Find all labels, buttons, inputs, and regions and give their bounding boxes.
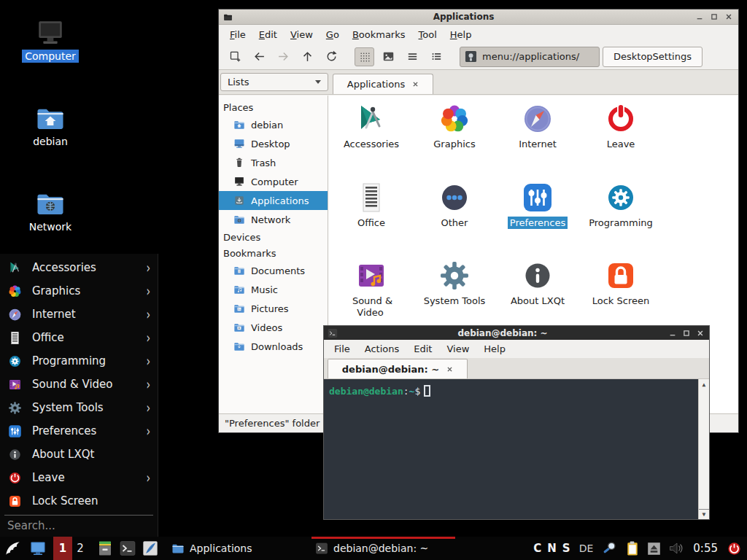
app-category-internet[interactable]: Internet xyxy=(497,101,578,150)
desktop-icon-computer[interactable]: Computer xyxy=(14,18,87,63)
show-desktop-button[interactable] xyxy=(29,540,47,557)
fm-tab-applications[interactable]: Applications xyxy=(333,74,433,94)
fm-menu-help[interactable]: Help xyxy=(444,29,479,40)
desktop-icon xyxy=(233,138,245,149)
tab-close-icon[interactable] xyxy=(446,366,453,373)
menu-item-system-tools[interactable]: System Tools› xyxy=(0,396,158,419)
terminal-content[interactable]: debian@debian:~$ ▲ ▼ xyxy=(324,379,709,519)
clock[interactable]: 0:55 xyxy=(693,542,718,555)
scroll-down-icon[interactable]: ▼ xyxy=(699,509,709,519)
fm-menu-tool[interactable]: Tool xyxy=(412,29,444,40)
app-category-about-lxqt[interactable]: About LXQt xyxy=(497,258,578,307)
new-tab-button[interactable] xyxy=(225,47,245,66)
menu-item-office[interactable]: Office› xyxy=(0,326,158,349)
fm-titlebar[interactable]: Applications xyxy=(219,9,738,25)
menu-item-preferences[interactable]: Preferences› xyxy=(0,419,158,443)
lxqt-menu-button[interactable] xyxy=(3,539,22,558)
path-segment-desktopsettings[interactable]: DesktopSettings xyxy=(603,47,703,67)
app-category-lock-screen[interactable]: Lock Screen xyxy=(580,258,662,307)
terminal-menu-view[interactable]: View xyxy=(439,343,476,354)
app-category-graphics[interactable]: Graphics xyxy=(414,101,495,150)
reload-button[interactable] xyxy=(322,47,341,66)
app-category-preferences[interactable]: Preferences xyxy=(497,180,578,229)
detailed-list-icon xyxy=(406,50,419,63)
terminal-menu-help[interactable]: Help xyxy=(476,343,513,354)
submenu-chevron-icon: › xyxy=(146,260,150,276)
terminal-menu-edit[interactable]: Edit xyxy=(406,343,439,354)
fm-menu-view[interactable]: View xyxy=(284,29,320,40)
workspace-1-button[interactable]: 1 xyxy=(53,537,72,560)
up-button[interactable] xyxy=(298,47,317,66)
workspace-2-button[interactable]: 2 xyxy=(72,542,88,555)
sidebar-item-computer[interactable]: Computer xyxy=(219,172,328,191)
file-archiver-launcher[interactable] xyxy=(96,540,114,557)
clipboard-tray-icon[interactable] xyxy=(624,540,640,557)
back-button[interactable] xyxy=(249,47,269,66)
menu-item-internet[interactable]: Internet› xyxy=(0,303,158,326)
app-category-leave[interactable]: Leave xyxy=(580,101,662,150)
terminal-menu-file[interactable]: File xyxy=(327,343,357,354)
sidebar-item-debian[interactable]: debian xyxy=(219,115,328,134)
sidebar-item-pictures[interactable]: Pictures xyxy=(219,299,328,318)
scroll-up-icon[interactable]: ▲ xyxy=(699,379,709,389)
app-category-programming[interactable]: Programming xyxy=(580,180,662,229)
app-category-sound-video[interactable]: Sound & Video xyxy=(330,258,412,319)
sidebar-item-trash[interactable]: Trash xyxy=(219,153,328,172)
location-icon xyxy=(464,50,478,63)
reload-icon xyxy=(325,50,338,63)
menu-item-about-lxqt[interactable]: About LXQt xyxy=(0,443,158,466)
close-button[interactable] xyxy=(695,328,705,338)
sidebar-item-applications[interactable]: Applications xyxy=(219,191,328,210)
menu-item-graphics[interactable]: Graphics› xyxy=(0,279,158,303)
fm-menu-edit[interactable]: Edit xyxy=(252,29,284,40)
leave-power-button[interactable] xyxy=(726,540,743,557)
tab-close-icon[interactable] xyxy=(412,81,419,88)
keyboard-layout-indicator[interactable]: DE xyxy=(579,542,594,554)
task-button-applications[interactable]: Applications xyxy=(168,537,311,560)
fm-menu-bookmarks[interactable]: Bookmarks xyxy=(346,29,412,40)
sidebar-item-downloads[interactable]: Downloads xyxy=(219,337,328,356)
screenshot-tray-icon[interactable] xyxy=(602,540,618,556)
terminal-tab[interactable]: debian@debian: ~ xyxy=(328,359,468,378)
sidebar-item-music[interactable]: Music xyxy=(219,280,328,299)
forward-button[interactable] xyxy=(274,47,293,66)
app-category-office[interactable]: Office xyxy=(330,180,412,229)
featherpad-launcher[interactable] xyxy=(142,540,159,557)
task-button-terminal[interactable]: debian@debian: ~ xyxy=(311,537,455,560)
terminal-titlebar[interactable]: debian@debian: ~ xyxy=(324,326,709,340)
thumbnail-view-button[interactable] xyxy=(379,47,398,66)
fm-menu-go[interactable]: Go xyxy=(320,29,346,40)
sidebar-item-documents[interactable]: Documents xyxy=(219,261,328,280)
removable-media-tray-icon[interactable] xyxy=(646,541,662,556)
menu-item-accessories[interactable]: Accessories› xyxy=(0,256,158,279)
terminal-launcher[interactable] xyxy=(119,540,136,557)
desktop-icon-debian[interactable]: debian xyxy=(14,103,87,148)
compact-view-button[interactable] xyxy=(427,47,446,66)
app-category-accessories[interactable]: Accessories xyxy=(330,101,412,150)
sidebar-item-desktop[interactable]: Desktop xyxy=(219,134,328,153)
desktop-icon-network[interactable]: Network xyxy=(14,188,87,233)
terminal-scrollbar[interactable]: ▲ ▼ xyxy=(698,379,709,519)
app-category-system-tools[interactable]: System Tools xyxy=(414,258,495,307)
minimize-button[interactable] xyxy=(694,12,705,22)
icon-view-button[interactable] xyxy=(355,47,374,66)
detailed-list-button[interactable] xyxy=(403,47,422,66)
terminal-menu-actions[interactable]: Actions xyxy=(357,343,407,354)
menu-item-sound-video[interactable]: Sound & Video› xyxy=(0,373,158,396)
menu-search-input[interactable]: Search... xyxy=(0,516,158,535)
folder-network-icon xyxy=(233,214,245,225)
menu-item-programming[interactable]: Programming› xyxy=(0,349,158,373)
address-bar[interactable]: menu://applications/ xyxy=(460,47,600,67)
menu-item-lock-screen[interactable]: Lock Screen xyxy=(0,489,158,513)
fm-menu-file[interactable]: File xyxy=(223,29,252,40)
maximize-button[interactable] xyxy=(681,328,692,338)
app-category-other[interactable]: Other xyxy=(414,180,495,229)
sidebar-item-network[interactable]: Network xyxy=(219,210,328,229)
lists-combobox[interactable]: Lists xyxy=(220,73,328,91)
minimize-button[interactable] xyxy=(667,328,678,338)
sidebar-item-videos[interactable]: Videos xyxy=(219,318,328,337)
close-button[interactable] xyxy=(724,12,734,22)
maximize-button[interactable] xyxy=(709,12,719,22)
menu-item-leave[interactable]: Leave› xyxy=(0,466,158,489)
volume-tray-icon[interactable] xyxy=(667,540,685,557)
